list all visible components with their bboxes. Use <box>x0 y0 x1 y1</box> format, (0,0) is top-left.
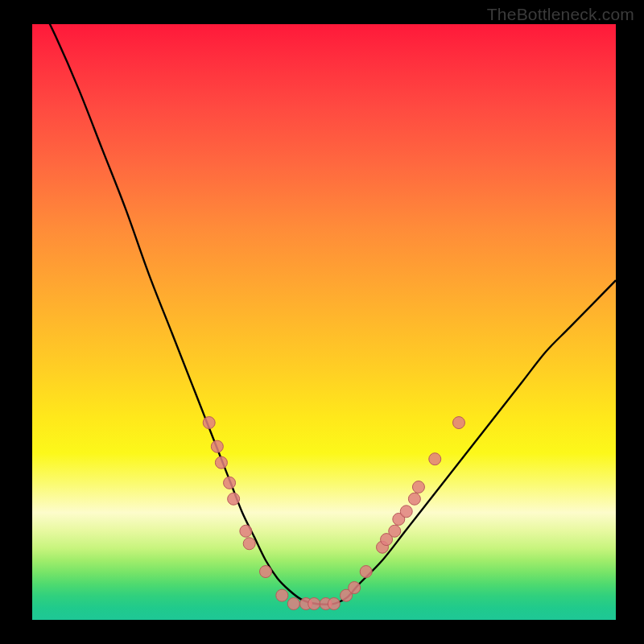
data-marker <box>276 589 288 601</box>
data-marker <box>408 493 420 505</box>
data-marker <box>203 417 215 429</box>
data-marker <box>360 566 372 578</box>
data-marker <box>260 566 272 578</box>
data-marker <box>215 456 227 469</box>
data-marker <box>211 440 223 452</box>
data-marker <box>389 525 401 537</box>
data-marker <box>243 538 255 550</box>
bottleneck-curve <box>32 24 616 605</box>
chart-frame: TheBottleneck.com <box>0 0 644 644</box>
data-marker <box>287 598 299 610</box>
data-marker <box>228 493 240 505</box>
data-marker <box>328 598 340 610</box>
data-marker <box>349 582 361 594</box>
data-marker <box>224 477 236 489</box>
data-marker <box>429 453 441 465</box>
data-marker <box>400 506 412 518</box>
plot-area <box>32 24 616 620</box>
data-marker <box>412 481 424 493</box>
data-marker <box>308 598 320 610</box>
data-marker <box>452 417 464 429</box>
data-marker <box>240 525 252 537</box>
chart-svg <box>32 24 616 620</box>
watermark-text: TheBottleneck.com <box>487 5 634 24</box>
